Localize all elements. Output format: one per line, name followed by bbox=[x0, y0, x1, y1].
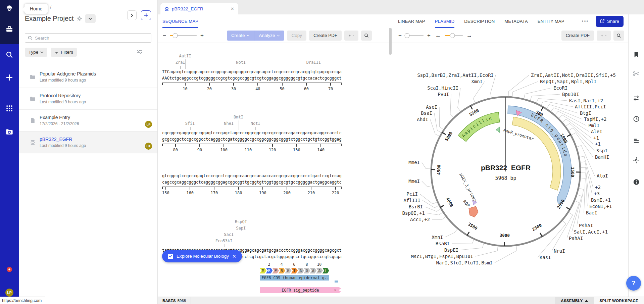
toolbox-icon[interactable] bbox=[6, 26, 13, 33]
amino-acid-chevron[interactable]: A bbox=[316, 268, 323, 273]
enzyme-label[interactable]: AatII bbox=[179, 54, 191, 58]
more-tabs-icon[interactable]: ••• bbox=[582, 18, 589, 24]
info-icon[interactable] bbox=[633, 179, 640, 185]
enzyme-site-label[interactable]: BspQI,SapI,BplI,BplI bbox=[540, 79, 597, 84]
enzyme-site-label[interactable]: SalI,AccI,+1 bbox=[574, 229, 608, 235]
enzyme-site-label[interactable]: EcoNI,+1 bbox=[589, 204, 612, 209]
explore-molecular-biology-button[interactable]: Explore Molecular Biology ✕ bbox=[162, 250, 242, 262]
tab-linear-map[interactable]: LINEAR MAP bbox=[398, 14, 425, 28]
plus-icon[interactable] bbox=[6, 74, 13, 81]
amino-acid-chevron[interactable]: A bbox=[310, 268, 316, 273]
sequence-scrollbar[interactable] bbox=[389, 28, 392, 55]
split-workspace-button[interactable]: SPLIT WORKSPACE bbox=[594, 297, 644, 304]
enzyme-site-label[interactable]: NruI bbox=[554, 248, 565, 254]
enzyme-site-label[interactable]: BsaI bbox=[421, 110, 432, 116]
gear-icon[interactable] bbox=[77, 16, 82, 21]
help-button[interactable]: ? bbox=[626, 276, 641, 291]
marker-ampr-promoter[interactable] bbox=[496, 127, 500, 133]
top-strand[interactable]: gtcggcgtccgcccgagtccccgcctcgccgccaacgcca… bbox=[162, 173, 342, 179]
enzyme-site-label[interactable]: +3 bbox=[594, 191, 600, 196]
enzyme-site-label[interactable]: AflIII,PciI bbox=[575, 104, 606, 109]
enzyme-site-label[interactable]: PshAI bbox=[569, 236, 583, 241]
annotation-egfr-sig-peptide[interactable]: EGFR sig_peptide» bbox=[260, 287, 341, 293]
amino-acid-chevron[interactable]: S bbox=[279, 268, 285, 273]
enzyme-site-label[interactable]: XmnI bbox=[471, 79, 483, 84]
benchling-logo-icon[interactable] bbox=[6, 5, 13, 12]
enzyme-label[interactable]: NheI bbox=[224, 121, 234, 126]
enzyme-site-label[interactable]: BaeI bbox=[586, 210, 597, 215]
filters-button[interactable]: Filters bbox=[51, 48, 77, 57]
status-red-icon[interactable] bbox=[6, 266, 12, 272]
document-tab[interactable]: pBR322_EGFR ✕ bbox=[160, 3, 238, 14]
enzyme-site-label[interactable]: SspI bbox=[596, 148, 608, 153]
enzyme-label[interactable]: SfiI bbox=[185, 121, 195, 126]
close-tab-icon[interactable]: ✕ bbox=[231, 6, 234, 11]
scissors-icon[interactable] bbox=[633, 70, 640, 77]
find-button[interactable] bbox=[361, 31, 372, 41]
tab-sequence-map[interactable]: SEQUENCE MAP bbox=[162, 14, 198, 28]
enzyme-site-label[interactable]: BspEI bbox=[444, 247, 458, 253]
copy-button[interactable]: Copy bbox=[287, 31, 306, 41]
share-button[interactable]: Share bbox=[596, 16, 624, 27]
enzyme-label[interactable]: NotI bbox=[251, 121, 260, 126]
marker-rop[interactable] bbox=[469, 206, 478, 217]
enzyme-site-label[interactable]: AflIII bbox=[403, 198, 420, 203]
amino-acid-chevron[interactable]: G bbox=[304, 268, 310, 273]
enzyme-label[interactable]: NotI bbox=[236, 60, 246, 65]
list-item[interactable]: Popular Addgene PlasmidsLast modified 9 … bbox=[19, 66, 157, 88]
search-input[interactable] bbox=[35, 36, 148, 41]
amino-acid-chevron[interactable]: G bbox=[285, 268, 292, 273]
enzyme-site-label[interactable]: BspQI,+1 bbox=[402, 210, 425, 216]
zoom-out-button[interactable]: − bbox=[397, 32, 403, 39]
find-button[interactable] bbox=[613, 31, 624, 41]
enzyme-site-label[interactable]: BtgI bbox=[580, 110, 591, 116]
enzyme-label[interactable]: BmtI bbox=[234, 115, 243, 119]
enzyme-site-label[interactable]: PmlI bbox=[588, 123, 600, 128]
zoom-in-button[interactable]: + bbox=[426, 32, 432, 39]
rotate-left-icon[interactable]: ← bbox=[434, 32, 442, 39]
bottom-strand[interactable]: cagccgcaggcgggctcaggggcggagcggcggttgcggt… bbox=[162, 179, 342, 186]
translate-swap-icon[interactable] bbox=[633, 95, 640, 101]
type-filter-button[interactable]: Type bbox=[25, 48, 47, 57]
user-avatar[interactable]: LP bbox=[5, 289, 13, 297]
top-strand[interactable]: cgcggccgaggcggccggagtcccgagctagccccggcgg… bbox=[162, 130, 342, 136]
settings-button[interactable] bbox=[344, 31, 358, 41]
tab-entity-map[interactable]: ENTITY MAP bbox=[538, 14, 564, 28]
collapse-panel-button[interactable] bbox=[127, 10, 137, 20]
enzyme-site-label[interactable]: NarI,SfoI,PluTI,BsmI bbox=[436, 260, 493, 265]
tab-plasmid[interactable]: PLASMID bbox=[435, 14, 454, 28]
enzyme-site-label[interactable]: AleI bbox=[591, 129, 602, 134]
enzyme-site-label[interactable]: PvuI bbox=[438, 92, 449, 97]
enzyme-site-label[interactable]: BamHI bbox=[595, 154, 609, 160]
amino-acid-chevron[interactable]: T bbox=[291, 268, 298, 273]
plasmid-map-canvas[interactable]: AmpicillinEGFR sig_peptideAmpR_promoterp… bbox=[393, 43, 628, 297]
enzyme-site-label[interactable]: +2 bbox=[595, 185, 601, 190]
enzyme-site-label[interactable]: XmnI bbox=[432, 235, 443, 240]
rotate-right-icon[interactable]: → bbox=[465, 32, 473, 39]
project-dropdown-button[interactable] bbox=[85, 14, 96, 23]
history-clock-icon[interactable] bbox=[633, 116, 640, 122]
enzyme-site-label[interactable]: BsrBI bbox=[409, 204, 423, 209]
analyze-button[interactable]: Analyze bbox=[254, 31, 284, 41]
zoom-out-button[interactable]: − bbox=[162, 32, 167, 39]
list-item[interactable]: Example Entry17/2/2026 - 21/2/2026LP bbox=[19, 110, 157, 132]
enzyme-site-label[interactable]: AccI,+2 bbox=[410, 217, 430, 222]
enzyme-site-label[interactable]: AloI bbox=[597, 173, 608, 179]
create-button[interactable]: Create bbox=[227, 31, 255, 41]
enzyme-site-label[interactable]: PciI bbox=[406, 191, 418, 197]
enzyme-label[interactable]: SacI bbox=[224, 232, 234, 237]
tab-description[interactable]: DESCRIPTION bbox=[464, 14, 495, 28]
amino-acid-chevron[interactable]: A bbox=[297, 268, 304, 273]
enzyme-site-label[interactable]: KasI bbox=[540, 255, 551, 260]
bookmark-icon[interactable] bbox=[633, 51, 640, 58]
enzyme-site-label[interactable]: AhdI bbox=[417, 117, 428, 122]
enzyme-label[interactable]: ZraI bbox=[176, 60, 185, 65]
enzyme-site-label[interactable]: Bpu10I bbox=[562, 92, 579, 97]
navigate-crosshair-icon[interactable] bbox=[633, 157, 640, 163]
new-item-button[interactable] bbox=[141, 10, 151, 20]
create-pdf-button[interactable]: Create PDF bbox=[561, 31, 594, 41]
enzyme-site-label[interactable]: BsaBI bbox=[436, 241, 450, 246]
amino-acid-chevron[interactable]: L bbox=[323, 268, 329, 273]
enzyme-site-label[interactable]: PshAI bbox=[579, 223, 593, 228]
annotation-egfr-cds[interactable]: EGFR CDS (human epidermal g... bbox=[260, 275, 330, 281]
